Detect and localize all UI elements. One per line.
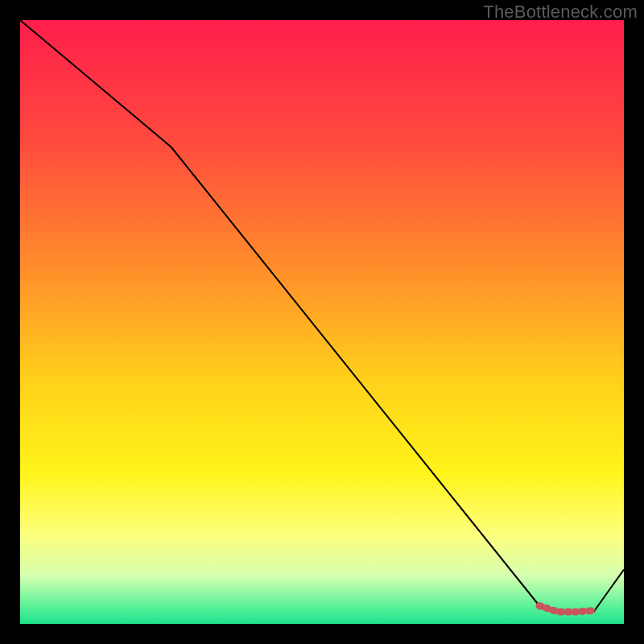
chart-svg: [20, 20, 624, 624]
watermark-text: TheBottleneck.com: [483, 2, 638, 23]
plot-area: [20, 20, 624, 624]
chart-frame: TheBottleneck.com: [0, 0, 644, 644]
gradient-background: [20, 20, 624, 624]
